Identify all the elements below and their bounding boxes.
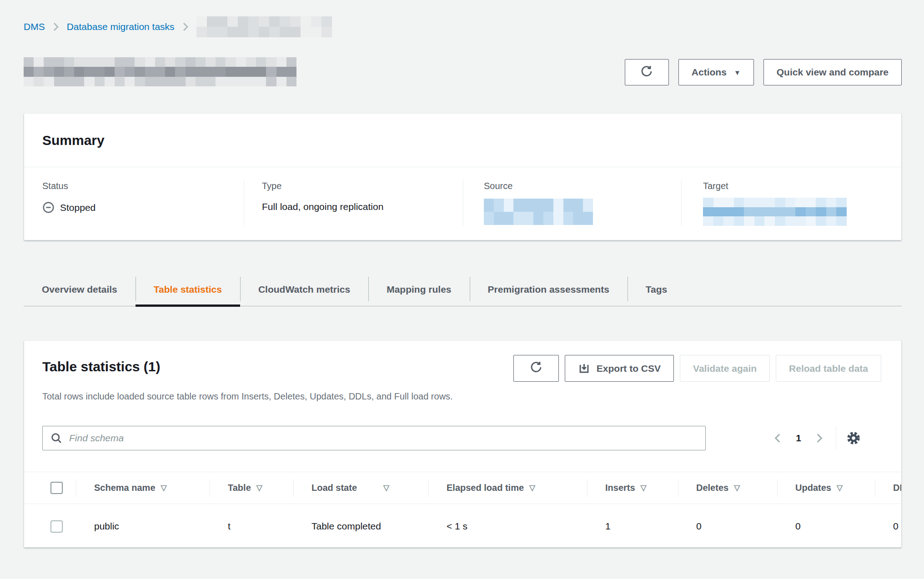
column-header-inserts[interactable]: Inserts ▽ [587, 472, 678, 504]
actions-button[interactable]: Actions ▼ [678, 59, 754, 85]
export-to-csv-button[interactable]: Export to CSV [565, 355, 674, 382]
table-statistics-description: Total rows include loaded source table r… [42, 391, 453, 402]
table-statistics-actions: Export to CSV Validate again Reload tabl… [513, 355, 881, 382]
cell-ddls: 0 [875, 521, 902, 532]
type-label: Type [262, 181, 383, 191]
previous-page-button[interactable] [768, 428, 788, 449]
select-all-cell [24, 472, 76, 504]
column-header-updates[interactable]: Updates ▽ [777, 472, 875, 504]
status-label: Status [42, 181, 95, 191]
cell-inserts: 1 [587, 521, 678, 532]
gear-icon [846, 430, 861, 446]
tab-table-statistics[interactable]: Table statistics [136, 273, 240, 306]
source-label: Source [484, 181, 593, 191]
column-label: Table [228, 483, 251, 493]
column-divider [681, 180, 682, 225]
status-text: Stopped [60, 202, 95, 213]
source-value-redacted[interactable] [484, 199, 593, 225]
download-icon [578, 362, 590, 374]
cell-schema-name: public [76, 521, 210, 532]
column-label: Load state [311, 483, 357, 493]
column-header-elapsed-load-time[interactable]: Elapsed load time ▽ [428, 472, 587, 504]
table-refresh-button[interactable] [513, 355, 559, 382]
sort-icon[interactable]: ▽ [383, 483, 389, 493]
column-header-load-state[interactable]: Load state ▽ [293, 472, 428, 504]
quick-view-label: Quick view and compare [777, 67, 889, 78]
search-icon [50, 432, 63, 444]
quick-view-and-compare-button[interactable]: Quick view and compare [763, 59, 902, 85]
export-to-csv-label: Export to CSV [597, 363, 661, 374]
tab-premigration-assessments[interactable]: Premigration assessments [470, 273, 628, 306]
cell-elapsed-load-time: < 1 s [428, 521, 587, 532]
summary-header: Summary [24, 114, 901, 167]
cell-deletes: 0 [678, 521, 777, 532]
table-statistics-title: Table statistics (1) [42, 359, 161, 374]
current-page-number[interactable]: 1 [788, 433, 808, 444]
cell-load-state: Table completed [293, 521, 428, 532]
target-value-redacted[interactable] [703, 198, 847, 226]
validate-again-label: Validate again [693, 363, 757, 374]
tab-overview-details[interactable]: Overview details [24, 273, 136, 306]
sort-icon[interactable]: ▽ [161, 483, 167, 493]
column-header-deletes[interactable]: Deletes ▽ [678, 472, 777, 504]
column-label: Inserts [605, 483, 635, 493]
summary-body: Status Stopped Type Full load, ongoing r… [24, 167, 901, 240]
target-label: Target [703, 181, 847, 191]
refresh-button[interactable] [625, 59, 669, 85]
row-select-cell [24, 520, 76, 533]
column-label: Deletes [696, 483, 728, 493]
column-label: Schema name [94, 483, 156, 493]
sort-icon[interactable]: ▽ [256, 483, 262, 493]
header-actions: Actions ▼ Quick view and compare [625, 59, 902, 85]
table-row[interactable]: public t Table completed < 1 s 1 0 0 0 [24, 504, 902, 548]
reload-table-data-label: Reload table data [789, 363, 868, 374]
page-title-redacted [24, 57, 296, 86]
actions-button-label: Actions [692, 67, 727, 78]
column-header-table[interactable]: Table ▽ [210, 472, 293, 504]
caret-down-icon: ▼ [734, 69, 741, 76]
summary-title: Summary [42, 133, 105, 148]
breadcrumb-redacted-task-name [196, 16, 332, 37]
column-divider [463, 180, 463, 225]
summary-field-source: Source [484, 181, 593, 225]
row-checkbox[interactable] [50, 520, 63, 533]
column-divider [244, 180, 244, 225]
column-label: Updates [795, 483, 831, 493]
summary-field-type: Type Full load, ongoing replication [262, 181, 383, 212]
sort-icon[interactable]: ▽ [837, 483, 843, 493]
chevron-right-icon [182, 21, 189, 32]
tab-tags[interactable]: Tags [628, 273, 685, 306]
cell-table: t [210, 521, 293, 532]
table-statistics-panel: Table statistics (1) Total rows include … [24, 340, 902, 548]
breadcrumb: DMS Database migration tasks [24, 16, 332, 37]
type-value: Full load, ongoing replication [262, 201, 383, 212]
pagination: 1 [768, 426, 865, 450]
sort-icon[interactable]: ▽ [529, 483, 535, 493]
select-all-checkbox[interactable] [50, 482, 63, 494]
sort-icon[interactable]: ▽ [641, 483, 647, 493]
cell-updates: 0 [777, 521, 875, 532]
validate-again-button[interactable]: Validate again [680, 355, 770, 382]
next-page-button[interactable] [808, 428, 829, 449]
search-input[interactable] [69, 433, 698, 444]
table-header-row: Schema name ▽ Table ▽ Load state ▽ Elaps… [24, 472, 902, 504]
summary-field-target: Target [703, 181, 847, 226]
summary-panel: Summary Status Stopped Type Ful [24, 113, 902, 240]
column-header-schema-name[interactable]: Schema name ▽ [76, 472, 210, 504]
chevron-right-icon [52, 21, 60, 32]
column-header-ddls[interactable]: DDLs ▽ [875, 472, 902, 504]
summary-field-status: Status Stopped [42, 181, 95, 214]
task-detail-tabs: Overview details Table statistics CloudW… [24, 273, 902, 306]
pagination-divider [836, 426, 836, 450]
dms-task-page: DMS Database migration tasks Actions ▼ Q… [0, 0, 924, 579]
find-schema-search [42, 426, 706, 450]
reload-table-data-button[interactable]: Reload table data [776, 355, 881, 382]
sort-icon[interactable]: ▽ [734, 483, 740, 493]
refresh-icon [640, 65, 653, 80]
preferences-gear-button[interactable] [842, 426, 865, 450]
tab-cloudwatch-metrics[interactable]: CloudWatch metrics [240, 273, 368, 306]
tab-mapping-rules[interactable]: Mapping rules [368, 273, 469, 306]
breadcrumb-link-dms[interactable]: DMS [24, 21, 45, 32]
column-label: Elapsed load time [447, 483, 524, 493]
breadcrumb-link-tasks[interactable]: Database migration tasks [67, 21, 175, 32]
